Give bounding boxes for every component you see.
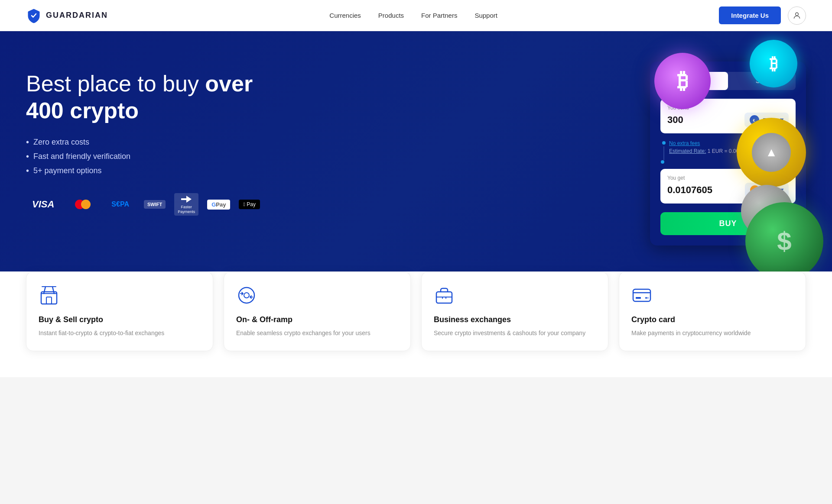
card-business-desc: Secure crypto investments & cashouts for… [434,329,596,338]
payment-faster: FasterPayments [174,193,198,216]
connector-line [663,146,664,160]
payment-logos: VISA S€PA SWIFT FasterPayments G [26,193,286,216]
logo-icon [26,8,42,23]
cards-grid: Buy & Sell crypto Instant fiat-to-crypto… [26,271,806,351]
nav-partners[interactable]: For Partners [421,12,457,19]
card-crypto-card-title: Crypto card [631,315,793,324]
integrate-button[interactable]: Integrate Us [719,6,781,24]
card-ramp-title: On- & Off-ramp [236,315,398,324]
logo[interactable]: GUARDARIAN [26,8,108,23]
navbar-right: Integrate Us [719,6,806,25]
nav-products[interactable]: Products [378,12,404,19]
cards-section: Buy & Sell crypto Instant fiat-to-crypto… [0,271,832,377]
card-buy-sell-title: Buy & Sell crypto [39,315,201,324]
svg-rect-10 [633,289,650,301]
svg-marker-1 [181,196,192,203]
bullet-2: Fast and friendly verification [26,152,286,162]
user-account-button[interactable] [788,6,806,25]
credit-card-icon [631,285,652,306]
nav-currencies[interactable]: Currencies [329,12,361,19]
user-icon [793,11,801,20]
navbar: GUARDARIAN Currencies Products For Partn… [0,0,832,31]
card-business-title: Business exchanges [434,315,596,324]
card-buy-sell-desc: Instant fiat-to-crypto & crypto-to-fiat … [39,329,201,338]
get-value[interactable]: 0.0107605 [667,184,712,196]
nav-links: Currencies Products For Partners Support [329,12,497,19]
hero-bullets: Zero extra costs Fast and friendly verif… [26,137,286,176]
coin-green: $ [745,202,823,280]
nav-support[interactable]: Support [474,12,497,19]
payment-swift: SWIFT [144,200,166,209]
svg-rect-7 [46,297,52,304]
svg-point-0 [796,13,799,16]
payment-gpay: GPay [207,200,230,210]
card-business: Business exchanges Secure crypto investm… [421,271,608,351]
payment-sepa: S€PA [105,198,135,211]
svg-point-12 [645,297,647,299]
payment-mastercard [69,197,97,212]
coin-gold: ▲ [737,118,806,187]
payment-applepay:  Pay [239,200,260,209]
hero-left: Best place to buy over 400 crypto Zero e… [26,57,286,216]
store-icon [39,285,59,306]
card-ramp-desc: Enable seamless crypto exchanges for you… [236,329,398,338]
card-on-off-ramp: On- & Off-ramp Enable seamless crypto ex… [224,271,411,351]
card-crypto-card: Crypto card Make payments in cryptocurre… [619,271,806,351]
coin-purple: ₿ [654,53,711,109]
dot-bottom [661,160,664,164]
card-buy-sell: Buy & Sell crypto Instant fiat-to-crypto… [26,271,213,351]
brand-name: GUARDARIAN [46,11,108,20]
svg-rect-11 [636,297,641,299]
briefcase-icon [434,285,455,306]
card-crypto-card-desc: Make payments in cryptocurrency worldwid… [631,329,793,338]
dot-top [662,141,666,145]
svg-point-8 [239,288,254,303]
bullet-3: 5+ payment options [26,166,286,176]
hero-title: Best place to buy over 400 crypto [26,70,286,124]
exchange-icon [236,285,257,306]
coin-cyan: ₿ [750,40,797,87]
send-value[interactable]: 300 [667,114,683,126]
bullet-1: Zero extra costs [26,137,286,147]
svg-point-13 [647,297,649,299]
payment-visa: VISA [26,196,60,213]
